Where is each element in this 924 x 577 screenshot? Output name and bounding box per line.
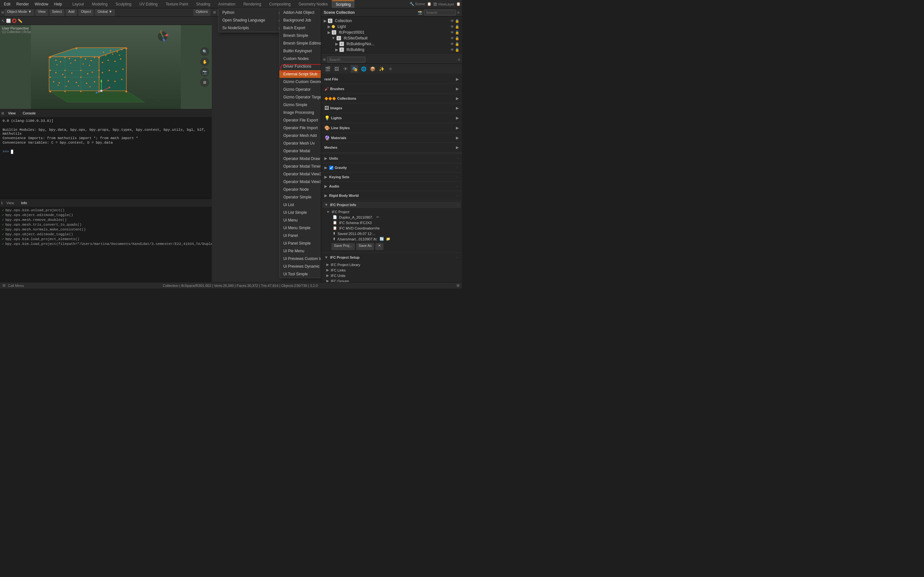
gizmo-simple[interactable]: Gizmo Simple <box>279 101 321 109</box>
image-processing[interactable]: Image Processing <box>279 109 321 116</box>
addon-add-object[interactable]: Addon Add Object <box>279 9 321 16</box>
menu-window[interactable]: Window <box>32 1 51 7</box>
tab-scripting[interactable]: Scripting <box>332 0 355 8</box>
gizmo-custom-geometry[interactable]: Gizmo Custom Geometry <box>279 78 321 85</box>
oslang-menu-item[interactable]: Open Shading Language ▶ <box>218 16 285 24</box>
prop-view-icon[interactable]: 👁 <box>342 65 349 73</box>
operator-file-import[interactable]: Operator File Import <box>279 124 321 132</box>
prop-scene-icon[interactable]: 🎭 <box>351 65 359 73</box>
prop-output-icon[interactable]: 🖼 <box>333 65 341 73</box>
units-header[interactable]: ▶ Units ⋯ <box>322 155 461 161</box>
options-btn[interactable]: Options <box>193 9 210 16</box>
ifc-building[interactable]: ▶ I IfcBuilding 👁 🔒 <box>322 47 461 53</box>
camera-btn[interactable]: 📷 <box>200 68 209 77</box>
collections-header[interactable]: 🔶🔶🔶 Collections ▶ <box>322 95 461 102</box>
edit-icon[interactable]: ✏ <box>376 215 379 219</box>
box-select-icon[interactable]: ⬜ <box>6 19 11 23</box>
prop-render-icon[interactable]: 🎬 <box>324 65 331 73</box>
images-header[interactable]: 🖼 Images ▶ <box>322 105 461 111</box>
prop-object-icon[interactable]: 📦 <box>368 65 376 73</box>
ortho-btn[interactable]: ⊞ <box>200 78 209 87</box>
ui-pie-menu[interactable]: Ui Pie Menu <box>279 247 321 255</box>
ifc-building-noi[interactable]: ▶ I IfcBuilding/Noi... 👁 🔒 <box>322 41 461 47</box>
menu-edit[interactable]: Edit <box>1 1 13 7</box>
operator-mesh-add[interactable]: Operator Mesh Add <box>279 132 321 139</box>
gravity-checkbox[interactable] <box>329 166 333 170</box>
ui-menu[interactable]: Ui Menu <box>279 216 321 224</box>
object-btn[interactable]: Object <box>78 9 94 16</box>
save-as-btn[interactable]: Save As <box>356 243 374 250</box>
collection-root[interactable]: ▶ C Collection 👁 🔒 <box>322 18 461 24</box>
driver-functions[interactable]: Driver Functions <box>279 63 321 70</box>
ui-tool-simple[interactable]: Ui Tool Simple <box>279 270 321 278</box>
lasso-icon[interactable]: ✏️ <box>18 19 23 23</box>
batch-export[interactable]: Batch Export <box>279 24 321 32</box>
console-input[interactable]: >>> <box>3 150 209 154</box>
gravity-header[interactable]: ▶ Gravity ⋯ <box>322 164 461 171</box>
circle-select-icon[interactable]: ⭕ <box>12 19 17 23</box>
tab-compositing[interactable]: Compositing <box>265 1 294 8</box>
bmesh-simple[interactable]: Bmesh Simple <box>279 32 321 39</box>
tab-modeling[interactable]: Modeling <box>88 1 111 8</box>
console-tab[interactable]: Console <box>19 111 39 116</box>
operator-mesh-uv[interactable]: Operator Mesh Uv <box>279 139 321 147</box>
keying-sets-header[interactable]: ▶ Keying Sets ⋯ <box>322 174 461 180</box>
background-job[interactable]: Background Job <box>279 16 321 24</box>
add-btn[interactable]: Add <box>66 9 78 16</box>
operator-file-export[interactable]: Operator File Export <box>279 116 321 124</box>
rent-file-header[interactable]: rent File ▶ <box>322 76 461 82</box>
prop-particles-icon[interactable]: ✨ <box>378 65 385 73</box>
hand-btn[interactable]: ✋ <box>200 57 209 66</box>
view-btn[interactable]: View <box>35 9 48 16</box>
lights-header[interactable]: 💡 Lights ▶ <box>322 114 461 121</box>
brushes-header[interactable]: 🖌 Brushes ▶ <box>322 85 461 92</box>
close-btn[interactable]: ✕ <box>375 243 383 250</box>
rigid-body-header[interactable]: ▶ Rigid Body World ⋯ <box>322 192 461 199</box>
operator-simple[interactable]: Operator Simple <box>279 193 321 201</box>
prop-world-icon[interactable]: 🌐 <box>360 65 367 73</box>
tab-layout[interactable]: Layout <box>68 1 87 8</box>
props-search[interactable] <box>327 57 365 63</box>
ifc-setup-header[interactable]: ▼ IFC Project Setup ⋯ <box>322 254 461 261</box>
info-tab[interactable]: Info <box>18 200 30 205</box>
operator-node[interactable]: Operator Node <box>279 185 321 193</box>
python-menu-item[interactable]: Python ▶ <box>218 9 285 16</box>
zoom-in-btn[interactable]: 🔍 <box>200 47 209 56</box>
tab-animation[interactable]: Animation <box>214 1 239 8</box>
gizmo-operator[interactable]: Gizmo Operator <box>279 85 321 93</box>
ifc-info-header[interactable]: ▼ IFC Project Info ⋯ <box>322 201 461 208</box>
tab-rendering[interactable]: Rendering <box>240 1 265 8</box>
tab-shading[interactable]: Shading <box>192 1 214 8</box>
menu-render[interactable]: Render <box>14 1 31 7</box>
prop-physics-icon[interactable]: ⚛ <box>387 65 394 73</box>
external-script-stub[interactable]: External Script Stub <box>279 70 321 78</box>
info-view-tab[interactable]: View <box>3 200 17 205</box>
tab-sculpting[interactable]: Sculpting <box>111 1 135 8</box>
gizmo-operator-target[interactable]: Gizmo Operator Target <box>279 93 321 101</box>
select-btn[interactable]: Select <box>49 9 65 16</box>
tab-geometry-nodes[interactable]: Geometry Nodes <box>295 1 332 8</box>
3d-viewport[interactable]: User Perspective (1) Collection | IfcSpa… <box>0 25 212 109</box>
bmesh-simple-editmode[interactable]: Bmesh Simple Editmode <box>279 39 321 47</box>
audio-header[interactable]: ▶ Audio ⋯ <box>322 183 461 189</box>
menu-help[interactable]: Help <box>52 1 65 7</box>
global-btn[interactable]: Global ▼ <box>95 9 115 16</box>
operator-modal[interactable]: Operator Modal <box>279 147 321 155</box>
ifc-site-item[interactable]: ▼ I IfcSite/Default 👁 🔒 <box>322 35 461 41</box>
ui-list[interactable]: Ui List <box>279 201 321 209</box>
path-folder-icon[interactable]: 📁 <box>386 237 391 241</box>
operator-modal-view3d-raycast[interactable]: Operator Modal View3D Raycast <box>279 178 321 185</box>
operator-modal-view3d[interactable]: Operator Modal View3D <box>279 170 321 178</box>
console-view-tab[interactable]: View <box>5 111 19 116</box>
ui-menu-simple[interactable]: Ui Menu Simple <box>279 224 321 232</box>
path-refresh-icon[interactable]: 🔄 <box>380 237 384 241</box>
ui-panel[interactable]: Ui Panel <box>279 232 321 239</box>
object-mode-dropdown[interactable]: Object Mode ▼ <box>5 9 34 16</box>
sv-menu-item[interactable]: Sv NodeScripts ▶ <box>218 24 285 32</box>
select-icon[interactable]: ↖ <box>1 18 5 23</box>
ui-panel-simple[interactable]: Ui Panel Simple <box>279 239 321 247</box>
custom-nodes[interactable]: Custom Nodes <box>279 55 321 63</box>
tab-texture-paint[interactable]: Texture Paint <box>162 1 192 8</box>
operator-modal-timer[interactable]: Operator Modal Timer <box>279 163 321 170</box>
info-log[interactable]: ✓ bpy.ops.bim.unload_project() ✓ bpy.ops… <box>0 207 212 282</box>
